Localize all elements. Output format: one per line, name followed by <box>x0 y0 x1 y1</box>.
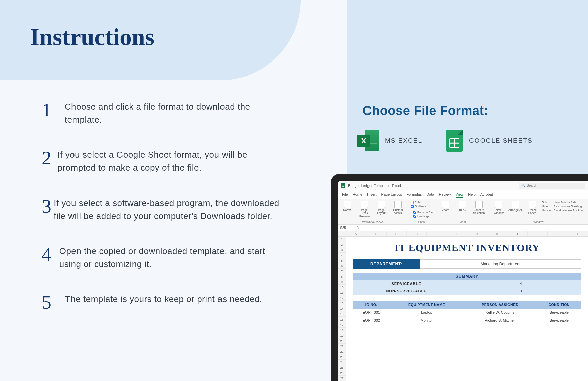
equipment-table: ID NO. EQUIPTMENT NAME PERSON ASSIGNED C… <box>353 301 581 324</box>
step-2: 2 If you select a Google Sheet format, y… <box>42 148 286 174</box>
view-page-break[interactable]: Page Break Preview <box>357 201 372 218</box>
row-number[interactable]: 7 <box>338 269 346 274</box>
row-number[interactable]: 13 <box>338 301 346 306</box>
step-3: 3 If you select a software-based program… <box>42 197 286 223</box>
menu-home[interactable]: Home <box>353 192 362 198</box>
freeze-panes[interactable]: Freeze Panes <box>525 201 539 215</box>
step-number: 3 <box>42 197 54 216</box>
row-number[interactable]: 17 <box>338 322 346 328</box>
check-ruler[interactable]: Ruler <box>411 201 433 204</box>
view-normal[interactable]: Normal <box>341 201 355 218</box>
check-headings[interactable]: Headings <box>413 215 433 218</box>
sheets-icon <box>446 130 463 152</box>
row-number[interactable]: 14 <box>338 306 346 311</box>
sync-scroll[interactable]: Synchronous Scrolling <box>554 205 583 208</box>
row-number[interactable]: 16 <box>338 317 346 322</box>
zoom-button[interactable]: Zoom <box>439 201 453 215</box>
row-number[interactable]: 15 <box>338 311 346 317</box>
row-number[interactable]: 22 <box>338 349 346 354</box>
row-number[interactable]: 19 <box>338 333 346 338</box>
step-1: 1 Choose and click a file format to down… <box>42 100 286 126</box>
view-custom[interactable]: Custom Views <box>391 201 405 218</box>
fx-label: fx <box>354 226 362 230</box>
step-number: 4 <box>42 245 59 264</box>
menu-page-layout[interactable]: Page Layout <box>381 192 402 198</box>
menu-help[interactable]: Help <box>468 192 476 198</box>
step-5: 5 The template is yours to keep or print… <box>42 293 286 312</box>
unhide-button[interactable]: Unhide <box>542 209 551 212</box>
row-number[interactable]: 2 <box>338 242 346 247</box>
choose-format-title: Choose File Format: <box>362 104 488 118</box>
check-gridlines[interactable]: Gridlines <box>411 205 433 208</box>
row-number[interactable]: 4 <box>338 253 346 258</box>
laptop-mockup: X Budget-Ledger-Template - Excel 🔍 Searc… <box>331 174 588 381</box>
search-icon: 🔍 <box>521 184 525 187</box>
step-text: The template is yours to keep or print a… <box>65 293 262 306</box>
summary-row-1: SERVICEABLE 4 <box>353 280 581 287</box>
search-placeholder: Search <box>527 184 537 187</box>
menu-insert[interactable]: Insert <box>367 192 377 198</box>
row-numbers: 1234567891011121314151617181920212223242… <box>338 237 346 381</box>
excel-doc-title: Budget-Ledger-Template - Excel <box>348 184 401 188</box>
ribbon-zoom: Zoom 100% Zoom to Selection Zoom <box>436 199 489 224</box>
row-number[interactable]: 20 <box>338 338 346 344</box>
ms-excel-button[interactable]: X MS EXCEL <box>357 130 422 152</box>
arrange-all[interactable]: Arrange All <box>508 201 523 215</box>
table-row: EQP - 002 Monitor Richard S. Mitchell Se… <box>353 316 581 324</box>
view-side-by-side[interactable]: View Side by Side <box>554 201 583 204</box>
table-row: EQP - 001 Laptop Kellie W. Coggins Servi… <box>353 309 581 316</box>
dept-label: DEPARTMENT: <box>353 259 420 269</box>
row-number[interactable]: 1 <box>338 237 346 242</box>
steps-list: 1 Choose and click a file format to down… <box>42 100 286 334</box>
ribbon-window: New Window Arrange All Freeze Panes Spli… <box>489 199 588 224</box>
check-formula-bar[interactable]: Formula Bar <box>413 211 433 214</box>
split-button[interactable]: Split <box>542 201 551 204</box>
format-buttons: X MS EXCEL GOOGLE SHEETS <box>357 130 533 152</box>
menu-formulas[interactable]: Formulas <box>406 192 422 198</box>
excel-search[interactable]: 🔍 Search <box>519 183 585 189</box>
excel-app-icon: X <box>341 183 345 188</box>
excel-screen: X Budget-Ledger-Template - Excel 🔍 Searc… <box>338 181 588 381</box>
column-headers: A B C D E F G H I J K L <box>338 231 588 237</box>
row-number[interactable]: 18 <box>338 328 346 333</box>
row-number[interactable]: 10 <box>338 285 346 290</box>
step-text: If you select a Google Sheet format, you… <box>57 148 286 174</box>
row-number[interactable]: 12 <box>338 295 346 301</box>
row-number[interactable]: 23 <box>338 354 346 360</box>
new-window[interactable]: New Window <box>492 201 506 215</box>
excel-label: MS EXCEL <box>385 137 422 144</box>
menu-data[interactable]: Data <box>426 192 434 198</box>
row-number[interactable]: 5 <box>338 258 346 263</box>
formula-bar: S25 fx <box>338 225 588 231</box>
row-number[interactable]: 9 <box>338 279 346 285</box>
excel-ribbon: Normal Page Break Preview Page Layout Cu… <box>338 199 588 225</box>
zoom-selection[interactable]: Zoom to Selection <box>472 201 486 215</box>
menu-view[interactable]: View <box>456 192 464 198</box>
ribbon-workbook-views: Normal Page Break Preview Page Layout Cu… <box>338 199 408 224</box>
menu-acrobat[interactable]: Acrobat <box>480 192 493 198</box>
row-number[interactable]: 24 <box>338 360 346 365</box>
menu-file[interactable]: File <box>342 192 348 198</box>
row-number[interactable]: 8 <box>338 274 346 279</box>
summary-row-2: NON-SERVICEABLE 3 <box>353 287 581 295</box>
step-text: Open the copied or downloaded template, … <box>59 245 286 271</box>
hide-button[interactable]: Hide <box>542 205 551 208</box>
row-number[interactable]: 3 <box>338 247 346 253</box>
cell-reference[interactable]: S25 <box>338 226 354 230</box>
row-number[interactable]: 26 <box>338 370 346 376</box>
google-sheets-button[interactable]: GOOGLE SHEETS <box>446 130 533 152</box>
step-number: 2 <box>42 148 57 168</box>
zoom-100[interactable]: 100% <box>455 201 469 215</box>
sheet-content: IT EQUIPMENT INVENTORY DEPARTMENT: Marke… <box>346 237 588 381</box>
sheets-label: GOOGLE SHEETS <box>469 137 533 144</box>
row-number[interactable]: 25 <box>338 365 346 370</box>
excel-icon: X <box>357 130 379 151</box>
row-number[interactable]: 11 <box>338 290 346 295</box>
row-number[interactable]: 6 <box>338 263 346 269</box>
row-number[interactable]: 27 <box>338 376 346 381</box>
page-title: Instructions <box>30 23 154 51</box>
view-page-layout[interactable]: Page Layout <box>374 201 388 218</box>
row-number[interactable]: 21 <box>338 344 346 349</box>
menu-review[interactable]: Review <box>439 192 451 198</box>
reset-window[interactable]: Reset Window Position <box>554 209 583 212</box>
